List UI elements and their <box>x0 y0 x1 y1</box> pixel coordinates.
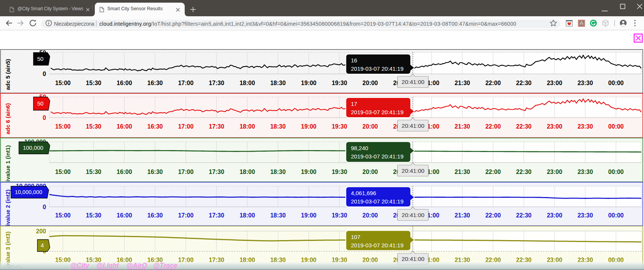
svg-text:107: 107 <box>351 234 360 240</box>
svg-text:@City: @City <box>70 262 90 269</box>
svg-text:16:00: 16:00 <box>117 80 132 86</box>
svg-text:18:30: 18:30 <box>270 80 286 86</box>
svg-text:19:00: 19:00 <box>301 123 317 130</box>
svg-text:23:00: 23:00 <box>547 169 562 175</box>
svg-text:21:30: 21:30 <box>455 123 470 130</box>
svg-text:17:30: 17:30 <box>209 123 224 130</box>
svg-text:17:00: 17:00 <box>178 169 193 175</box>
svg-text:00:00: 00:00 <box>608 80 624 86</box>
svg-text:19:30: 19:30 <box>332 212 347 219</box>
svg-text:adc 6 (ain6): adc 6 (ain6) <box>5 103 11 135</box>
svg-text:16:30: 16:30 <box>147 169 163 175</box>
svg-text:18:00: 18:00 <box>239 169 255 175</box>
svg-text:21:30: 21:30 <box>455 80 470 86</box>
svg-text:17:30: 17:30 <box>209 169 224 175</box>
svg-text:23:00: 23:00 <box>547 80 562 86</box>
svg-text:50: 50 <box>37 56 43 62</box>
svg-text:23:30: 23:30 <box>578 169 593 175</box>
svg-text:17:00: 17:00 <box>178 123 193 130</box>
svg-text:2019-03-07 20:41:19: 2019-03-07 20:41:19 <box>351 198 403 205</box>
svg-text:16:00: 16:00 <box>117 212 132 219</box>
svg-text:18:00: 18:00 <box>239 80 255 86</box>
svg-text:19:30: 19:30 <box>332 123 347 130</box>
svg-text:0: 0 <box>43 204 46 210</box>
svg-text:15:30: 15:30 <box>86 169 101 175</box>
svg-text:17:30: 17:30 <box>209 80 224 86</box>
svg-text:22:30: 22:30 <box>516 80 531 86</box>
svg-text:22:00: 22:00 <box>485 80 501 86</box>
svg-text:adc 5 (ain5): adc 5 (ain5) <box>5 59 11 90</box>
svg-text:2019-03-07 20:41:19: 2019-03-07 20:41:19 <box>351 109 403 115</box>
svg-text:ivalue 1 (int1): ivalue 1 (int1) <box>5 145 11 182</box>
svg-text:100,000: 100,000 <box>23 144 43 151</box>
svg-text:17: 17 <box>351 101 357 107</box>
svg-text:15:00: 15:00 <box>55 80 71 86</box>
svg-text:200: 200 <box>36 228 46 234</box>
svg-text:22:30: 22:30 <box>516 123 531 130</box>
svg-text:50: 50 <box>37 100 43 107</box>
svg-text:20:00: 20:00 <box>363 169 378 175</box>
svg-text:22:00: 22:00 <box>485 123 501 130</box>
svg-text:18:30: 18:30 <box>270 123 286 130</box>
svg-text:16:00: 16:00 <box>117 169 132 175</box>
svg-text:19:00: 19:00 <box>301 212 317 219</box>
svg-text:0: 0 <box>43 115 46 121</box>
svg-text:15:00: 15:00 <box>55 123 71 130</box>
svg-text:19:00: 19:00 <box>301 169 317 175</box>
svg-text:20:00: 20:00 <box>363 80 378 86</box>
svg-text:19:00: 19:00 <box>301 80 317 86</box>
svg-text:@Light: @Light <box>96 262 119 269</box>
svg-text:16:30: 16:30 <box>147 123 163 130</box>
svg-text:18:30: 18:30 <box>270 212 286 219</box>
svg-text:16:00: 16:00 <box>117 123 132 130</box>
svg-text:2019-03-07 20:41:19: 2019-03-07 20:41:19 <box>351 242 403 248</box>
svg-text:10,000,000: 10,000,000 <box>15 189 42 195</box>
svg-text:22:00: 22:00 <box>485 212 501 219</box>
svg-text:21:30: 21:30 <box>455 212 470 219</box>
svg-text:15:00: 15:00 <box>55 212 71 219</box>
svg-text:@AirQ: @AirQ <box>127 262 147 269</box>
svg-text:00:00: 00:00 <box>608 123 624 130</box>
svg-text:@Trace: @Trace <box>153 262 178 269</box>
svg-text:18:00: 18:00 <box>239 123 255 130</box>
svg-text:15:30: 15:30 <box>86 80 101 86</box>
svg-text:2019-03-07 20:41:19: 2019-03-07 20:41:19 <box>351 65 403 72</box>
svg-text:0: 0 <box>43 71 46 77</box>
svg-text:16:30: 16:30 <box>147 80 163 86</box>
svg-text:16: 16 <box>351 57 357 64</box>
svg-text:23:00: 23:00 <box>547 212 562 219</box>
svg-text:22:00: 22:00 <box>485 169 501 175</box>
svg-text:20:41:00: 20:41:00 <box>402 123 425 129</box>
svg-text:2019-03-07 20:41:19: 2019-03-07 20:41:19 <box>351 153 403 160</box>
svg-text:17:00: 17:00 <box>178 212 193 219</box>
svg-text:20:41:00: 20:41:00 <box>402 168 425 174</box>
svg-text:15:00: 15:00 <box>55 169 71 175</box>
svg-text:19:30: 19:30 <box>332 169 347 175</box>
svg-text:22:30: 22:30 <box>516 212 531 219</box>
svg-text:98,240: 98,240 <box>351 145 368 151</box>
svg-text:18:30: 18:30 <box>270 169 286 175</box>
svg-text:21:30: 21:30 <box>455 169 470 175</box>
svg-text:23:30: 23:30 <box>578 212 593 219</box>
svg-text:ivalue 2 (int2): ivalue 2 (int2) <box>5 189 11 226</box>
svg-text:20:00: 20:00 <box>363 212 378 219</box>
svg-text:23:00: 23:00 <box>547 123 562 130</box>
svg-text:00:00: 00:00 <box>608 169 624 175</box>
svg-text:20:41:00: 20:41:00 <box>402 212 425 218</box>
svg-text:20:00: 20:00 <box>363 123 378 130</box>
svg-text:17:30: 17:30 <box>209 212 224 219</box>
svg-text:20:41:00: 20:41:00 <box>402 79 425 85</box>
svg-text:23:30: 23:30 <box>578 123 593 130</box>
svg-text:00:00: 00:00 <box>608 212 624 219</box>
svg-text:19:30: 19:30 <box>332 80 347 86</box>
svg-text:17:00: 17:00 <box>178 80 193 86</box>
svg-text:22:30: 22:30 <box>516 169 531 175</box>
svg-text:4,061,696: 4,061,696 <box>351 190 376 196</box>
svg-text:15:30: 15:30 <box>86 123 101 130</box>
svg-text:15:30: 15:30 <box>86 212 101 219</box>
svg-text:23:30: 23:30 <box>578 80 593 86</box>
svg-text:4: 4 <box>41 242 44 248</box>
svg-text:18:00: 18:00 <box>239 212 255 219</box>
svg-text:16:30: 16:30 <box>147 212 163 219</box>
